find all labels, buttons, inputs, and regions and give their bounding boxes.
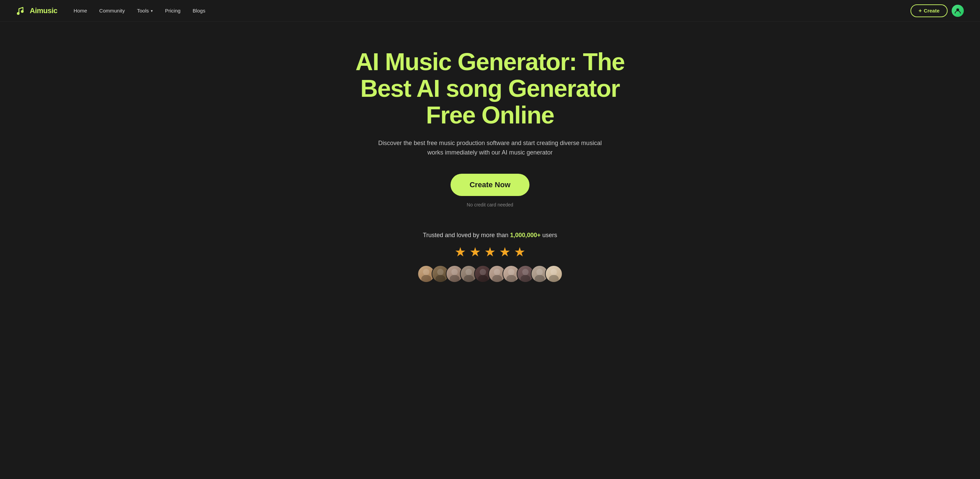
user-icon bbox=[955, 8, 961, 14]
header-create-button[interactable]: + Create bbox=[910, 5, 948, 17]
nav-right: + Create bbox=[910, 5, 964, 17]
nav-pricing[interactable]: Pricing bbox=[165, 8, 181, 13]
plus-icon: + bbox=[919, 8, 922, 14]
nav-blogs[interactable]: Blogs bbox=[193, 8, 205, 13]
user-avatars-row bbox=[417, 265, 563, 283]
svg-point-1 bbox=[21, 10, 24, 13]
chevron-down-icon: ▾ bbox=[151, 9, 153, 13]
no-credit-text: No credit card needed bbox=[467, 202, 513, 208]
user-count: 1,000,000+ bbox=[510, 232, 541, 238]
user-avatar-header[interactable] bbox=[951, 5, 964, 17]
star-3: ★ bbox=[484, 246, 496, 259]
nav-links: Home Community Tools ▾ Pricing Blogs bbox=[73, 8, 205, 14]
logo-link[interactable]: Aimusic bbox=[16, 5, 57, 16]
social-proof-section: Trusted and loved by more than 1,000,000… bbox=[417, 232, 563, 283]
star-5: ★ bbox=[514, 246, 525, 259]
navigation: Aimusic Home Community Tools ▾ Pricing B… bbox=[0, 0, 980, 22]
logo-icon bbox=[16, 5, 27, 16]
star-4: ★ bbox=[499, 246, 511, 259]
nav-community[interactable]: Community bbox=[99, 8, 125, 13]
nav-tools-dropdown[interactable]: Tools ▾ bbox=[137, 8, 153, 13]
hero-subtitle: Discover the best free music production … bbox=[375, 138, 605, 158]
star-2: ★ bbox=[469, 246, 481, 259]
star-1: ★ bbox=[455, 246, 466, 259]
hero-title: AI Music Generator: The Best AI song Gen… bbox=[346, 49, 634, 129]
nav-left: Aimusic Home Community Tools ▾ Pricing B… bbox=[16, 5, 205, 16]
trusted-text: Trusted and loved by more than 1,000,000… bbox=[423, 232, 557, 239]
brand-name: Aimusic bbox=[30, 6, 57, 15]
nav-home[interactable]: Home bbox=[73, 8, 87, 13]
star-rating: ★ ★ ★ ★ ★ bbox=[455, 246, 525, 259]
hero-section: AI Music Generator: The Best AI song Gen… bbox=[338, 22, 642, 303]
create-now-button[interactable]: Create Now bbox=[450, 174, 529, 196]
svg-point-0 bbox=[17, 12, 19, 15]
list-item bbox=[545, 265, 563, 283]
